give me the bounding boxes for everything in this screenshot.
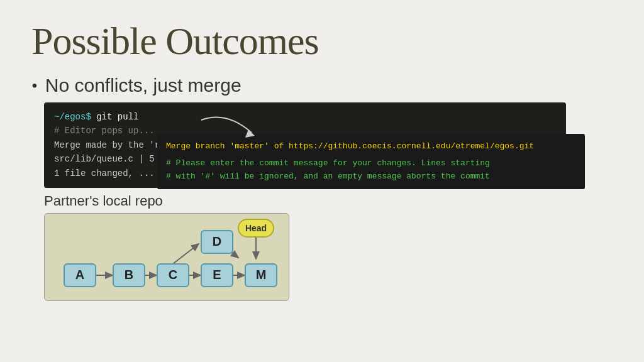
bullet-point: • xyxy=(31,76,38,96)
node-M: M xyxy=(245,263,277,287)
bullet-1-section: • No conflicts, just merge xyxy=(31,75,613,96)
curve-arrow-icon xyxy=(182,114,258,145)
node-C: C xyxy=(157,263,189,287)
node-B: B xyxy=(113,263,145,287)
partner-label: Partner's local repo xyxy=(44,193,613,209)
terminal-line-1: ~/egos$ git pull xyxy=(54,110,556,124)
node-D: D xyxy=(201,230,233,254)
node-E: E xyxy=(201,263,233,287)
overlay-comment-1: # Please enter the commit message for yo… xyxy=(166,157,576,170)
head-label: Head xyxy=(238,219,274,238)
svg-line-4 xyxy=(174,244,199,263)
bullet-1-text: No conflicts, just merge xyxy=(45,75,242,96)
terminal-prompt: ~/egos$ xyxy=(54,112,91,122)
git-diagram: A B C D E M Head xyxy=(44,213,289,301)
overlay-comment-2: # with '#' will be ignored, and an empty… xyxy=(166,170,576,184)
terminal-cmd: git pull xyxy=(96,112,138,122)
terminal-container: ~/egos$ git pull # Editor pops up... Mer… xyxy=(44,102,613,188)
slide-title: Possible Outcomes xyxy=(31,19,613,63)
partner-section: Partner's local repo xyxy=(44,193,613,301)
node-A: A xyxy=(64,263,96,287)
slide: Possible Outcomes • No conflicts, just m… xyxy=(0,0,644,362)
